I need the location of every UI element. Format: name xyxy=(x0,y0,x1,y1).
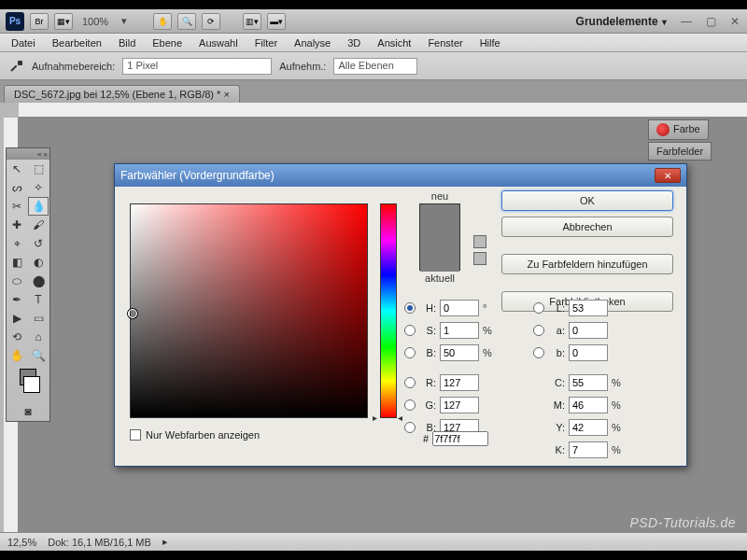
menu-ebene[interactable]: Ebene xyxy=(145,35,190,50)
stamp-tool-icon[interactable]: ⌖ xyxy=(7,234,27,253)
ok-button[interactable]: OK xyxy=(501,190,673,211)
lasso-tool-icon[interactable]: ᔕ xyxy=(7,178,27,197)
menu-hilfe[interactable]: Hilfe xyxy=(472,35,508,50)
zoom-dropdown-icon[interactable]: ▾ xyxy=(118,15,131,27)
hand-tool-icon[interactable]: ✋ xyxy=(153,13,172,30)
input-b-lab[interactable] xyxy=(569,344,608,361)
rotate-view-icon[interactable]: ⟳ xyxy=(202,13,220,30)
menu-analyse[interactable]: Analyse xyxy=(287,35,338,50)
hex-label: # xyxy=(423,433,429,444)
radio-b-rgb[interactable] xyxy=(404,422,416,433)
saturation-value-field[interactable] xyxy=(130,203,368,418)
label-current: aktuell xyxy=(414,273,466,284)
document-tab[interactable]: DSC_5672.jpg bei 12,5% (Ebene 1, RGB/8) … xyxy=(4,85,240,103)
quickmask-icon[interactable]: ◙ xyxy=(18,402,38,421)
input-y[interactable] xyxy=(569,419,608,436)
workspace-switcher[interactable]: Grundelemente xyxy=(576,15,669,28)
dialog-titlebar[interactable]: Farbwähler (Vordergrundfarbe) ✕ xyxy=(115,164,686,187)
toolbox-collapse-icon[interactable]: « xyxy=(37,150,41,159)
sv-cursor-icon[interactable] xyxy=(128,309,137,318)
dodge-tool-icon[interactable]: ⬤ xyxy=(28,272,49,290)
zoom-tool2-icon[interactable]: 🔍 xyxy=(28,346,49,365)
panel-farbe[interactable]: Farbe xyxy=(648,119,709,140)
gamut-warning-icon[interactable] xyxy=(473,235,486,248)
input-hex[interactable] xyxy=(432,431,488,446)
input-s[interactable] xyxy=(440,322,479,339)
input-h[interactable] xyxy=(440,300,479,316)
menubar: Datei Bearbeiten Bild Ebene Auswahl Filt… xyxy=(0,34,747,52)
preview-current-swatch[interactable] xyxy=(420,238,459,272)
crop-tool-icon[interactable]: ✂ xyxy=(7,197,27,216)
menu-3d[interactable]: 3D xyxy=(340,35,368,50)
status-arrow-icon[interactable]: ▸ xyxy=(162,536,168,548)
move-tool-icon[interactable]: ↖ xyxy=(7,160,27,178)
panel-farbfelder[interactable]: Farbfelder xyxy=(648,142,712,161)
3d-tool-icon[interactable]: ⟲ xyxy=(7,328,27,346)
radio-s[interactable] xyxy=(404,325,416,336)
eyedropper-tool-icon[interactable]: 💧 xyxy=(28,197,49,216)
sample-size-select[interactable]: 1 Pixel xyxy=(122,58,272,75)
marquee-tool-icon[interactable]: ⬚ xyxy=(28,160,49,178)
healing-tool-icon[interactable]: ✚ xyxy=(7,216,27,234)
menu-filter[interactable]: Filter xyxy=(247,35,285,50)
webonly-checkbox[interactable] xyxy=(130,429,141,441)
eyedropper-icon[interactable] xyxy=(9,59,24,74)
radio-b-lab[interactable] xyxy=(533,347,544,358)
background-swatch[interactable] xyxy=(23,376,40,393)
cancel-button[interactable]: Abbrechen xyxy=(501,217,673,237)
bridge-button[interactable]: Br xyxy=(30,13,49,30)
status-zoom[interactable]: 12,5% xyxy=(7,537,36,548)
wand-tool-icon[interactable]: ✧ xyxy=(28,178,49,197)
color-wheel-icon xyxy=(656,123,669,136)
3d-cam-icon[interactable]: ⌂ xyxy=(28,328,49,346)
zoom-display[interactable]: 100% xyxy=(78,16,112,27)
radio-b-hsb[interactable] xyxy=(404,347,416,358)
menu-bearbeiten[interactable]: Bearbeiten xyxy=(45,35,109,50)
dialog-close-button[interactable]: ✕ xyxy=(655,168,681,183)
history-brush-icon[interactable]: ↺ xyxy=(28,234,49,253)
menu-auswahl[interactable]: Auswahl xyxy=(191,35,246,50)
radio-a[interactable] xyxy=(533,325,544,336)
layout-button[interactable]: ▦▾ xyxy=(54,13,73,30)
arrange-docs-icon[interactable]: ▥▾ xyxy=(243,13,261,30)
menu-fenster[interactable]: Fenster xyxy=(420,35,470,50)
input-m[interactable] xyxy=(569,397,608,413)
close-icon[interactable]: ✕ xyxy=(728,15,741,28)
maximize-icon[interactable]: ▢ xyxy=(704,15,717,28)
eraser-tool-icon[interactable]: ◧ xyxy=(7,253,27,272)
dialog-title: Farbwähler (Vordergrundfarbe) xyxy=(120,169,655,182)
shape-tool-icon[interactable]: ▭ xyxy=(28,309,49,328)
pen-tool-icon[interactable]: ✒ xyxy=(7,290,27,309)
type-tool-icon[interactable]: T xyxy=(28,290,49,309)
menu-bild[interactable]: Bild xyxy=(111,35,143,50)
brush-tool-icon[interactable]: 🖌 xyxy=(28,216,49,234)
radio-h[interactable] xyxy=(404,302,416,314)
zoom-tool-icon[interactable]: 🔍 xyxy=(177,13,196,30)
menu-ansicht[interactable]: Ansicht xyxy=(370,35,418,50)
gradient-tool-icon[interactable]: ◐ xyxy=(28,253,49,272)
websafe-warning-icon[interactable] xyxy=(473,252,486,265)
hue-pointer-right-icon: ◂ xyxy=(398,413,402,423)
input-a[interactable] xyxy=(569,322,608,339)
blur-tool-icon[interactable]: ⬭ xyxy=(7,272,27,290)
radio-g[interactable] xyxy=(404,399,416,411)
toolbox-close-icon[interactable]: × xyxy=(43,150,48,159)
hue-slider[interactable] xyxy=(380,203,397,418)
input-b-hsb[interactable] xyxy=(440,344,479,361)
menu-datei[interactable]: Datei xyxy=(4,35,43,50)
add-swatch-button[interactable]: Zu Farbfeldern hinzufügen xyxy=(501,254,673,274)
sample-size-label: Aufnahmebereich: xyxy=(32,61,115,72)
minimize-icon[interactable]: — xyxy=(680,15,693,28)
input-g[interactable] xyxy=(440,397,479,413)
screen-mode-icon[interactable]: ▬▾ xyxy=(267,13,286,30)
sample-from-select[interactable]: Alle Ebenen xyxy=(333,58,417,75)
radio-r[interactable] xyxy=(404,377,416,388)
radio-l[interactable] xyxy=(533,302,544,314)
preview-new-swatch[interactable] xyxy=(420,204,459,238)
path-select-icon[interactable]: ▶ xyxy=(7,309,27,328)
input-r[interactable] xyxy=(440,374,479,391)
input-k[interactable] xyxy=(569,441,608,458)
input-c[interactable] xyxy=(569,374,608,391)
input-l[interactable] xyxy=(569,300,608,316)
hand-tool2-icon[interactable]: ✋ xyxy=(7,346,27,365)
